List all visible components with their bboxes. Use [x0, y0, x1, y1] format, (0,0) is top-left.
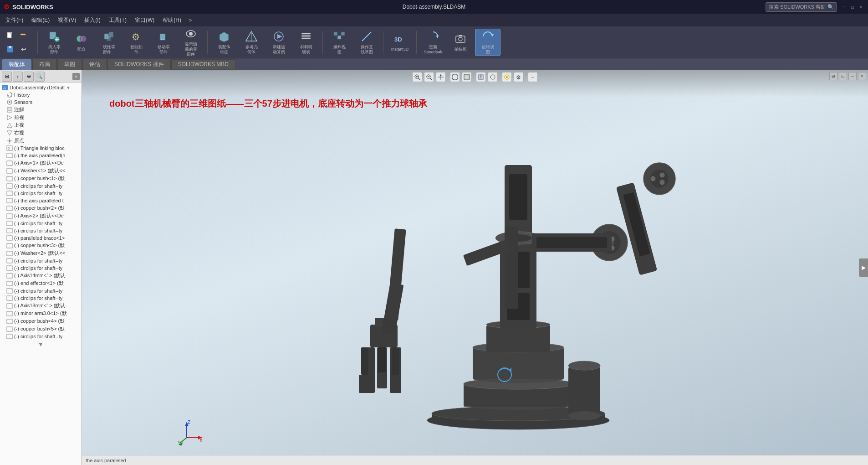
tree-item-comp-10[interactable]: (-) circlips for shaft--ty [0, 220, 82, 227]
tree-item-comp-25[interactable]: (-) circlips for shaft--ty [0, 333, 82, 340]
tree-item-right-view[interactable]: 右视 [0, 129, 82, 137]
window-controls: － □ × [841, 3, 864, 10]
toolbar-btn-explode-line[interactable]: 操作直线草图 [354, 29, 379, 56]
toolbar-btn-snapshot[interactable]: 拍快照 [448, 29, 473, 56]
menu-tools[interactable]: 工具(T) [105, 16, 130, 25]
tree-item-comp-1[interactable]: (-) the axis paralleled(h [0, 152, 82, 159]
tree-item-comp-21[interactable]: (-) Axis18mm<1> (默认 [0, 302, 82, 310]
minimize-button[interactable]: － [841, 3, 848, 10]
tree-item-comp-19[interactable]: (-) circlips for shaft--ty [0, 287, 82, 294]
panel-btn-grid[interactable]: ⊞ [2, 72, 12, 82]
section-view-btn[interactable] [476, 72, 486, 82]
panel-btn-up[interactable]: ↑ [13, 72, 23, 82]
tree-item-comp-8[interactable]: (-) copper bush<2> (默 [0, 204, 82, 212]
pan-btn[interactable] [436, 72, 446, 82]
right-collapse-btn[interactable]: ▶ [859, 258, 868, 277]
menu-file[interactable]: 文件(F) [2, 16, 27, 25]
toolbar-btn-material[interactable]: 材料明细表 [293, 29, 319, 56]
corner-close-btn[interactable]: × [858, 72, 866, 80]
tab-sw-plugin[interactable]: SOLIDWORKS 插件 [107, 59, 171, 70]
tree-item-comp-4[interactable]: (-) copper bush<1> (默 [0, 175, 82, 182]
tab-layout[interactable]: 布局 [32, 59, 57, 70]
fit-btn[interactable] [450, 72, 460, 82]
menu-view[interactable]: 视图(V) [54, 16, 80, 25]
render-btn[interactable] [502, 72, 512, 82]
toolbar-btn-save[interactable] [4, 43, 16, 56]
tab-evaluate[interactable]: 评估 [82, 59, 107, 70]
toolbar-btn-ref-geom[interactable]: 参考几何体 [239, 29, 264, 56]
svg-rect-73 [7, 311, 12, 316]
display-style-btn[interactable] [488, 72, 498, 82]
toolbar-btn-asm-feat[interactable]: 装配体特征 [211, 29, 237, 56]
corner-split-btn[interactable]: ⊡ [839, 72, 847, 80]
toolbar-btn-rotate[interactable]: 旋转视图 [475, 29, 500, 56]
tree-item-history[interactable]: History [0, 91, 82, 98]
tree-item-comp-14[interactable]: (-) Washer<2> (默认<< [0, 249, 82, 257]
toolbar-btn-insert-part[interactable]: 插入零部件 [41, 29, 67, 56]
toolbar-btn-open[interactable] [17, 29, 30, 42]
tree-item-comp-22[interactable]: (-) minor arm3.0<1> (默 [0, 310, 82, 317]
menu-edit[interactable]: 编辑(E) [28, 16, 53, 25]
tree-item-comp-23[interactable]: (-) copper bush<4> (默 [0, 317, 82, 325]
settings-btn[interactable]: ⚙ [514, 72, 524, 82]
tree-item-origin[interactable]: 原点 [0, 137, 82, 145]
menu-arrow[interactable]: » [186, 17, 195, 23]
tree-item-comp-18[interactable]: (-) end effector<1> (默 [0, 279, 82, 287]
tree-item-comp-15[interactable]: (-) circlips for shaft--ty [0, 257, 82, 264]
tree-item-top-view[interactable]: 上视 [0, 121, 82, 129]
corner-tile-btn[interactable]: ⊞ [829, 72, 837, 80]
more-views-btn[interactable]: ··· [528, 72, 538, 82]
view-orient-btn[interactable] [462, 72, 472, 82]
toolbar-btn-undo[interactable]: ↩ [17, 43, 30, 56]
close-button[interactable]: × [857, 3, 864, 10]
zoom-out-btn[interactable] [424, 72, 434, 82]
tree-item-comp-11[interactable]: (-) circlips for shaft--ty [0, 227, 82, 234]
tree-item-notes[interactable]: 注解 [0, 106, 82, 114]
toolbar-btn-linear-part[interactable]: 线性零部件... [96, 29, 122, 56]
panel-btn-add[interactable]: ⊕ [24, 72, 34, 82]
tab-sketch[interactable]: 草图 [57, 59, 82, 70]
tree-item-comp-16[interactable]: (-) circlips for shaft--ty [0, 264, 82, 272]
search-label: 搜索 SOLIDWORKS 帮助 [769, 4, 826, 10]
toolbar-btn-explode[interactable]: 爆炸视图 [327, 29, 352, 56]
tab-sw-mbd[interactable]: SOLIDWORKS MBD [171, 59, 235, 69]
svg-rect-55 [7, 176, 12, 181]
tree-expand-more[interactable]: ▼ [0, 340, 82, 348]
tree-item-comp-17[interactable]: (-) Axis14mm<1> (默认 [0, 272, 82, 279]
tree-item-comp-13[interactable]: (-) copper bush<3> (默 [0, 242, 82, 249]
svg-point-129 [660, 180, 664, 185]
tree-item-comp-3[interactable]: (-) Washer<1> (默认<< [0, 167, 82, 175]
toolbar-btn-move[interactable]: ↔ 移动零部件 [151, 29, 176, 56]
menu-help[interactable]: 帮助(H) [159, 16, 185, 25]
panel-expand-btn[interactable]: » [72, 73, 80, 80]
toolbar-btn-assemble[interactable]: 配合 [69, 29, 94, 56]
tree-item-comp-9[interactable]: (-) Axis<2> (默认<<De [0, 212, 82, 220]
toolbar-btn-update[interactable]: 更新Speedpak [420, 29, 446, 56]
zoom-in-btn[interactable] [412, 72, 422, 82]
tree-item-comp-24[interactable]: (-) copper bush<5> (默 [0, 325, 82, 333]
svg-rect-64 [7, 243, 12, 248]
menu-insert[interactable]: 插入(I) [81, 16, 104, 25]
panel-btn-search[interactable]: 🔍 [35, 72, 45, 82]
tree-item-comp-5[interactable]: (-) circlips for shaft--ty [0, 182, 82, 190]
toolbar-btn-new[interactable] [4, 29, 16, 42]
tree-root[interactable]: A Dobot-assembly (Default ▼ [0, 84, 82, 91]
restore-button[interactable]: □ [849, 3, 856, 10]
viewport[interactable]: ⚙ ··· ⊞ ⊡ ↔ × dobot三轴机械臂的三维图纸——三个57步进电机，… [82, 70, 868, 465]
tab-assembly[interactable]: 装配体 [2, 59, 32, 70]
toolbar-btn-motion[interactable]: 新建运动算例 [266, 29, 291, 56]
comp-icon-20 [6, 295, 13, 301]
tree-item-comp-12[interactable]: (-) paralleled brace<1> [0, 234, 82, 242]
tree-item-comp-20[interactable]: (-) circlips for shaft--ty [0, 294, 82, 302]
corner-expand-btn[interactable]: ↔ [848, 72, 857, 80]
tree-item-comp-0[interactable]: ⚙ (-) Triangle linking bloc [0, 145, 82, 152]
toolbar-btn-instant3d[interactable]: 3D Instant3D [387, 29, 413, 56]
tree-item-comp-7[interactable]: (-) the axis paralleled t [0, 197, 82, 204]
toolbar-btn-show-hide[interactable]: 显示隐藏的零部件 [178, 29, 204, 56]
menu-window[interactable]: 窗口(W) [131, 16, 158, 25]
tree-item-sensors[interactable]: Sensors [0, 98, 82, 106]
tree-item-comp-2[interactable]: (-) Axis<1> (默认<<De [0, 159, 82, 167]
tree-item-comp-6[interactable]: (-) circlips for shaft--ty [0, 190, 82, 197]
tree-item-front-view[interactable]: 前视 [0, 114, 82, 121]
toolbar-btn-smart[interactable]: ⚙ 智能扣件 [123, 29, 149, 56]
